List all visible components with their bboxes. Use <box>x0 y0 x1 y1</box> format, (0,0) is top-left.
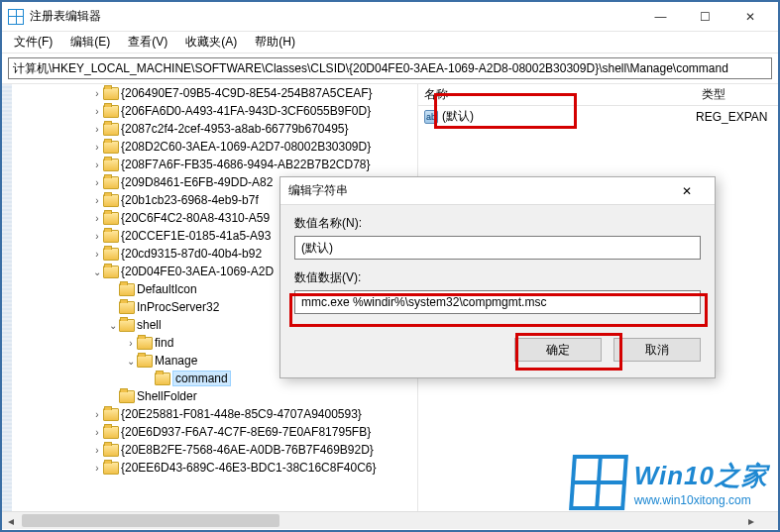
value-type: REG_EXPAN <box>696 110 772 124</box>
dialog-title: 编辑字符串 <box>288 182 667 199</box>
value-name-input[interactable] <box>294 236 701 260</box>
value-data-input[interactable] <box>294 290 701 314</box>
chevron-right-icon[interactable]: › <box>125 338 137 349</box>
tree-item[interactable]: › {2087c2f4-2cef-4953-a8ab-66779b670495} <box>14 120 417 138</box>
tree-item-label: ShellFolder <box>137 389 197 403</box>
list-header: 名称 类型 <box>418 84 778 106</box>
tree-item-label: {206FA6D0-A493-41FA-943D-3CF6055B9F0D} <box>121 104 371 118</box>
col-type-header[interactable]: 类型 <box>696 86 778 103</box>
scroll-left-icon[interactable]: ◂ <box>2 512 20 529</box>
tree-item[interactable]: › {208F7A6F-FB35-4686-9494-AB22B7B2CD78} <box>14 156 417 173</box>
tree-item-label: {20CCEF1E-0185-41a5-A93 <box>121 229 271 243</box>
tree-item-label: {20E6D937-F6A7-4C7F-8E69-7E0AF81795FB} <box>121 425 371 439</box>
value-name-label: 数值名称(N): <box>294 215 701 232</box>
folder-icon <box>103 176 119 189</box>
tree-item-label: find <box>155 336 173 350</box>
chevron-right-icon[interactable]: › <box>91 177 103 188</box>
tree-item[interactable]: ShellFolder <box>14 387 417 405</box>
tree-item-label: DefaultIcon <box>137 282 197 296</box>
folder-icon <box>103 159 119 171</box>
chevron-right-icon[interactable]: › <box>91 231 103 242</box>
tree-item-label: {20C6F4C2-80A8-4310-A59 <box>121 211 270 225</box>
folder-icon <box>119 319 135 332</box>
ok-button[interactable]: 确定 <box>514 338 602 362</box>
chevron-right-icon[interactable]: › <box>91 463 103 474</box>
folder-icon <box>103 230 119 243</box>
regedit-icon <box>8 9 24 25</box>
edit-string-dialog: 编辑字符串 ✕ 数值名称(N): 数值数据(V): 确定 取消 <box>279 176 716 378</box>
string-value-icon: ab <box>424 110 438 124</box>
chevron-right-icon[interactable]: › <box>91 106 103 117</box>
folder-icon <box>103 87 119 100</box>
tree-item[interactable]: › {208D2C60-3AEA-1069-A2D7-08002B30309D} <box>14 138 417 156</box>
chevron-right-icon[interactable]: › <box>91 160 103 170</box>
window-title: 注册表编辑器 <box>30 8 638 25</box>
window-buttons: ― ☐ ✕ <box>638 3 772 31</box>
chevron-right-icon[interactable]: › <box>91 142 103 153</box>
menu-favorites[interactable]: 收藏夹(A) <box>177 32 245 53</box>
menu-bar: 文件(F) 编辑(E) 查看(V) 收藏夹(A) 帮助(H) <box>2 32 778 53</box>
folder-icon <box>103 248 119 261</box>
tree-item[interactable]: › {206FA6D0-A493-41FA-943D-3CF6055B9F0D} <box>14 102 417 120</box>
chevron-right-icon[interactable]: › <box>91 88 103 99</box>
menu-file[interactable]: 文件(F) <box>6 32 60 53</box>
folder-icon <box>103 462 119 475</box>
dialog-titlebar[interactable]: 编辑字符串 ✕ <box>280 177 715 205</box>
chevron-right-icon[interactable]: › <box>91 124 103 135</box>
tree-item[interactable]: › {20E25881-F081-448e-85C9-4707A9400593} <box>14 405 417 423</box>
folder-icon <box>137 355 153 368</box>
col-name-header[interactable]: 名称 <box>418 86 696 103</box>
folder-icon <box>103 123 119 136</box>
folder-icon <box>155 372 170 385</box>
folder-icon <box>119 283 135 296</box>
tree-item[interactable]: › {20EE6D43-689C-46E3-BDC1-38C16C8F40C6} <box>14 459 417 477</box>
menu-help[interactable]: 帮助(H) <box>247 32 303 53</box>
tree-item[interactable]: › {206490E7-09B5-4C9D-8E54-254B87A5CEAF} <box>14 84 417 102</box>
value-data-label: 数值数据(V): <box>294 269 701 286</box>
tree-item[interactable]: › {20E8B2FE-7568-46AE-A0DB-76B7F469B92D} <box>14 441 417 459</box>
cancel-button[interactable]: 取消 <box>613 338 701 362</box>
tree-item[interactable]: › {20E6D937-F6A7-4C7F-8E69-7E0AF81795FB} <box>14 423 417 441</box>
address-input[interactable] <box>8 57 772 79</box>
maximize-button[interactable]: ☐ <box>683 3 727 31</box>
close-button[interactable]: ✕ <box>727 3 772 31</box>
menu-view[interactable]: 查看(V) <box>120 32 175 53</box>
tree-item-label: {20cd9315-87d0-40b4-b92 <box>121 247 262 261</box>
chevron-right-icon[interactable]: › <box>91 213 103 224</box>
tree-item-label: shell <box>137 318 162 332</box>
folder-icon <box>103 212 119 225</box>
scroll-track[interactable] <box>20 512 742 529</box>
chevron-down-icon[interactable]: ⌄ <box>91 266 103 277</box>
tree-item-label: Manage <box>155 354 197 368</box>
chevron-right-icon[interactable]: › <box>91 445 103 456</box>
folder-icon <box>103 141 119 154</box>
tree-item-label: {208F7A6F-FB35-4686-9494-AB22B7B2CD78} <box>121 158 371 171</box>
chevron-right-icon[interactable]: › <box>91 195 103 206</box>
chevron-right-icon[interactable]: › <box>91 249 103 260</box>
tree-item-label: InProcServer32 <box>137 300 219 314</box>
menu-edit[interactable]: 编辑(E) <box>62 32 118 53</box>
tree-item-label: {20E25881-F081-448e-85C9-4707A9400593} <box>121 407 362 421</box>
folder-icon <box>103 408 119 421</box>
folder-icon <box>103 105 119 118</box>
list-row[interactable]: ab (默认) REG_EXPAN <box>418 106 778 127</box>
chevron-down-icon[interactable]: ⌄ <box>107 320 119 331</box>
scroll-thumb[interactable] <box>22 514 279 527</box>
window-titlebar: 注册表编辑器 ― ☐ ✕ <box>2 2 778 32</box>
address-bar-wrap <box>2 53 778 84</box>
folder-icon <box>137 337 153 350</box>
tree-gutter <box>2 84 12 511</box>
tree-item-label: {20D04FE0-3AEA-1069-A2D <box>121 265 274 278</box>
minimize-button[interactable]: ― <box>638 3 683 31</box>
tree-item-label: {206490E7-09B5-4C9D-8E54-254B87A5CEAF} <box>121 86 373 100</box>
resize-grip[interactable] <box>760 512 778 529</box>
chevron-right-icon[interactable]: › <box>91 427 103 438</box>
dialog-close-button[interactable]: ✕ <box>667 179 707 203</box>
chevron-right-icon[interactable]: › <box>91 409 103 420</box>
horizontal-scrollbar[interactable]: ◂ ▸ <box>2 511 778 529</box>
chevron-down-icon[interactable]: ⌄ <box>125 356 137 367</box>
folder-icon <box>103 426 119 439</box>
folder-icon <box>119 390 135 403</box>
tree-item-label: {20E8B2FE-7568-46AE-A0DB-76B7F469B92D} <box>121 443 374 457</box>
scroll-right-icon[interactable]: ▸ <box>742 512 760 529</box>
